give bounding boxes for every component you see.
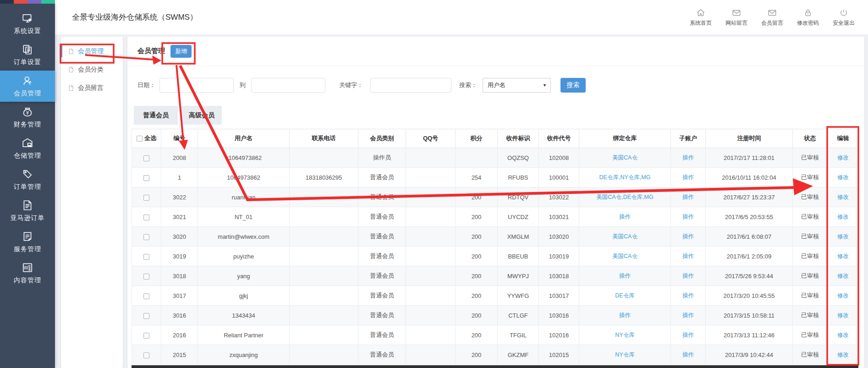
search-type-select[interactable]: 用户名 ▼ (483, 78, 551, 93)
edit-link[interactable]: 修改 (837, 312, 849, 319)
topbar-action-icon (803, 8, 813, 18)
cell-phone (290, 286, 358, 306)
cell-recv-tag: RFUBS (498, 168, 539, 187)
row-checkbox[interactable] (143, 195, 149, 201)
edit-link[interactable]: 修改 (837, 352, 849, 358)
cell-reg-time: 2017/3/15 10:58:11 (706, 306, 793, 325)
row-checkbox[interactable] (143, 274, 149, 280)
warehouse-link[interactable]: 美国CA仓 (612, 253, 637, 259)
subaccount-operate-link[interactable]: 操作 (682, 194, 694, 200)
row-checkbox[interactable] (143, 352, 149, 358)
subaccount-operate-link[interactable]: 操作 (682, 253, 694, 259)
edit-link[interactable]: 修改 (837, 292, 849, 299)
header-id: 编号 (161, 129, 198, 148)
cell-status: 已审核 (793, 266, 828, 286)
sidebar-item[interactable]: 亚马逊订单 (0, 195, 55, 226)
row-checkbox[interactable] (143, 175, 149, 181)
tab-premium-member[interactable]: 高级会员 (181, 106, 222, 125)
topbar-action[interactable]: 修改密码 (794, 8, 822, 27)
warehouse-link[interactable]: 操作 (619, 312, 631, 319)
add-member-button[interactable]: 新增 (170, 45, 192, 58)
keyword-input[interactable] (370, 78, 451, 93)
subaccount-operate-link[interactable]: 操作 (682, 214, 694, 220)
sidebar-item[interactable]: 系统设置 (0, 8, 55, 39)
warehouse-link[interactable]: DE仓库,NY仓库,MG (599, 174, 651, 181)
cell-qq (406, 306, 456, 325)
row-checkbox[interactable] (143, 293, 149, 299)
topbar-action[interactable]: 安全退出 (830, 8, 858, 27)
cell-recv-tag: RDTQV (498, 187, 539, 207)
subaccount-operate-link[interactable]: 操作 (682, 174, 694, 181)
cell-recv-code: 102016 (539, 325, 579, 345)
sidebar-item[interactable]: 服务管理 (0, 226, 55, 258)
subaccount-operate-link[interactable]: 操作 (682, 154, 694, 161)
warehouse-link[interactable]: NY仓库 (615, 352, 634, 358)
page-icon (68, 66, 74, 73)
warehouse-link[interactable]: 美国CA仓 (612, 233, 637, 240)
edit-link[interactable]: 修改 (837, 332, 849, 338)
subaccount-operate-link[interactable]: 操作 (682, 312, 694, 319)
cell-reg-time: 2017/6/5 20:53:55 (706, 207, 793, 227)
subaccount-operate-link[interactable]: 操作 (682, 292, 694, 299)
sidebar-item[interactable]: 仓储管理 (0, 133, 55, 164)
warehouse-link[interactable]: DE仓库 (615, 292, 634, 299)
warehouse-link[interactable]: 操作 (619, 273, 631, 279)
edit-link[interactable]: 修改 (837, 273, 849, 279)
search-button[interactable]: 搜索 (560, 78, 586, 93)
header-subaccount: 子账户 (671, 129, 706, 148)
subaccount-operate-link[interactable]: 操作 (682, 233, 694, 240)
subaccount-operate-link[interactable]: 操作 (682, 273, 694, 279)
warehouse-link[interactable]: 美国CA仓,DE仓库,MG (596, 194, 653, 200)
select-all-checkbox[interactable] (137, 136, 143, 142)
table-row: 2015 zxquanjing 普通会员 200 GKZMF 102015 NY… (132, 345, 859, 365)
edit-link[interactable]: 修改 (837, 194, 849, 200)
sidebar-item[interactable]: 订单管理 (0, 164, 55, 195)
header-points: 积分 (456, 129, 498, 148)
member-type-tabs: 普通会员 高级会员 (134, 106, 222, 125)
row-checkbox[interactable] (143, 234, 149, 240)
row-checkbox[interactable] (143, 313, 149, 319)
table-row: 3020 martin@wlwex.com 普通会员 200 XMGLM 103… (132, 227, 859, 247)
subaccount-operate-link[interactable]: 操作 (682, 332, 694, 338)
table-row: 3022 ruanruan 普通会员 200 RDTQV 103022 美国CA… (132, 187, 859, 207)
subaccount-operate-link[interactable]: 操作 (682, 352, 694, 358)
date-from-input[interactable] (159, 78, 234, 93)
sidebar-item[interactable]: 内容管理 (0, 258, 55, 289)
sidebar-item-label: 会员管理 (14, 89, 41, 98)
row-checkbox[interactable] (143, 333, 149, 339)
page-icon (68, 85, 74, 91)
swms-app-window: 系统设置 订单设置 会员管理 财务管理 仓储管理 订单管理 亚马逊订单 服务管理… (0, 0, 868, 368)
edit-link[interactable]: 修改 (837, 233, 849, 240)
warehouse-link[interactable]: 操作 (619, 214, 631, 220)
topbar-action[interactable]: 网站留言 (722, 8, 751, 27)
cell-status: 已审核 (793, 247, 828, 266)
row-select-cell (132, 286, 161, 306)
edit-link[interactable]: 修改 (837, 214, 849, 220)
edit-link[interactable]: 修改 (837, 174, 849, 181)
row-checkbox[interactable] (143, 155, 149, 161)
warehouse-link[interactable]: 美国CA仓 (612, 154, 637, 161)
submenu-item[interactable]: 会员管理 (61, 42, 123, 60)
date-to-input[interactable] (251, 78, 325, 93)
cell-points: 200 (456, 247, 498, 266)
row-checkbox[interactable] (143, 214, 149, 220)
row-select-cell (132, 247, 161, 266)
topbar-action[interactable]: 会员留言 (758, 8, 786, 27)
filter-bar: 日期： 到 关键字： 搜索： 用户名 ▼ 搜索 (127, 78, 864, 93)
sidebar-item[interactable]: 会员管理 (0, 71, 55, 102)
cell-member-type: 普通会员 (358, 345, 406, 365)
sidebar-item[interactable]: 财务管理 (0, 102, 55, 133)
row-checkbox[interactable] (143, 254, 149, 260)
warehouse-link[interactable]: NY仓库 (615, 332, 634, 338)
cell-id: 3018 (161, 266, 198, 286)
brand-stripe (0, 0, 55, 4)
cell-phone (290, 266, 358, 286)
edit-link[interactable]: 修改 (837, 154, 849, 161)
topbar-action[interactable]: 系统首页 (687, 8, 715, 27)
tab-normal-member[interactable]: 普通会员 (134, 106, 178, 125)
submenu-item[interactable]: 会员分类 (61, 60, 123, 79)
sidebar-item[interactable]: 订单设置 (0, 39, 55, 71)
cell-id: 3022 (161, 187, 198, 207)
edit-link[interactable]: 修改 (837, 253, 849, 259)
submenu-item[interactable]: 会员留言 (61, 79, 123, 97)
